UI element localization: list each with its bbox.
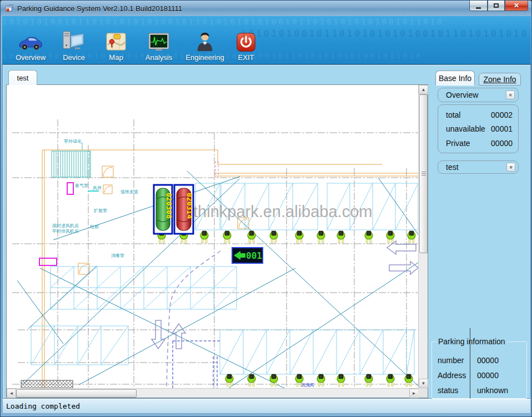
- title-bar[interactable]: Parking Guidance System Ver2.10.1 Build2…: [1, 1, 532, 16]
- toolbar-button-overview[interactable]: Overview: [8, 18, 53, 62]
- map-vertical-scrollbar[interactable]: ▲ ▼: [418, 85, 428, 388]
- scroll-up-arrow[interactable]: ▲: [419, 85, 428, 94]
- led-sign-text: 001: [246, 250, 262, 261]
- sensor-icon: [248, 231, 255, 243]
- maximize-button[interactable]: [488, 1, 505, 11]
- tab-zone-info[interactable]: Zone Info: [479, 73, 521, 86]
- scroll-right-arrow[interactable]: ►: [409, 389, 419, 398]
- spot-number-occupied: 020314: [185, 193, 194, 219]
- stat-row-total: total 00002: [446, 110, 513, 119]
- info-label: status: [432, 386, 470, 395]
- toolbar-button-exit[interactable]: EXIT: [230, 18, 262, 62]
- zone-select-value: test: [446, 163, 459, 172]
- dropdown-button[interactable]: »: [506, 163, 515, 172]
- computer-icon: [62, 23, 86, 52]
- cad-label: 清洗间: [301, 383, 314, 388]
- toolbar-button-analysis[interactable]: Analysis: [138, 18, 180, 62]
- collapse-icon: «: [508, 93, 513, 97]
- parking-spot-free[interactable]: 020308: [154, 185, 173, 234]
- stat-row-unavailable: unavailable 00001: [446, 124, 513, 133]
- parking-map-canvas: thinkpark.en.alibaba.com 020308 020314: [7, 85, 418, 388]
- window-title: Parking Guidance System Ver2.10.1 Build2…: [17, 4, 182, 13]
- status-text: Loading completed: [6, 402, 80, 410]
- toolbar-button-map[interactable]: Map: [94, 18, 138, 62]
- toolbar-label-exit: EXIT: [238, 53, 254, 62]
- status-bar: Loading completed: [2, 399, 531, 414]
- info-row-address: Address 00000: [432, 368, 526, 383]
- toolbar-button-engineering[interactable]: Engineering: [180, 18, 230, 62]
- map-viewport[interactable]: thinkpark.en.alibaba.com 020308 020314: [6, 84, 428, 398]
- collapse-button[interactable]: «: [506, 91, 515, 99]
- sensor-icon: [337, 231, 345, 243]
- cad-label: 战时进风机房: [52, 223, 79, 228]
- minimize-icon: [476, 7, 481, 9]
- scroll-down-arrow[interactable]: ▼: [419, 379, 428, 388]
- sensor-icon: [317, 374, 325, 386]
- stat-value: 00000: [491, 139, 513, 148]
- vertical-scroll-thumb[interactable]: [419, 94, 428, 253]
- route-dashed-lines: [173, 341, 220, 388]
- spot-number-free: 020308: [165, 193, 173, 219]
- minimize-button[interactable]: [469, 1, 488, 11]
- map-pin-icon: [106, 23, 127, 52]
- info-value: unknown: [470, 386, 508, 395]
- car-icon: [18, 23, 43, 52]
- toolbar-button-device[interactable]: Device: [53, 18, 94, 62]
- sensor-icon: [225, 374, 233, 386]
- sensor-icon: [408, 231, 415, 243]
- driving-path-dashed: [167, 251, 220, 388]
- info-label: number: [432, 356, 470, 365]
- chevron-down-icon: »: [508, 165, 514, 169]
- sensor-icon: [405, 374, 413, 386]
- watermark-text: thinkpark.en.alibaba.com: [193, 203, 372, 220]
- maximize-icon: [494, 3, 499, 8]
- sensor-icon: [248, 374, 255, 386]
- parking-information-group: Parking information number 00000 Address…: [431, 337, 527, 399]
- thumb-grip: [421, 172, 426, 175]
- sensor-icon: [200, 231, 208, 243]
- tab-test-label: test: [17, 74, 29, 82]
- close-icon: ✕: [514, 2, 519, 9]
- sensor-icon: [365, 374, 373, 386]
- parking-bays-lower-left: [31, 326, 128, 365]
- info-label: Address: [432, 371, 470, 380]
- cad-label: 值班走道: [121, 189, 138, 194]
- overview-stats-box: total 00002 unavailable 00001 Private 00…: [438, 104, 519, 153]
- overview-header-label: Overview: [446, 91, 478, 99]
- cad-label: 平时排风机房: [52, 229, 79, 234]
- overview-collapse-header[interactable]: Overview «: [438, 88, 519, 102]
- info-row-number: number 00000: [432, 353, 526, 368]
- zone-select[interactable]: test »: [438, 160, 519, 174]
- parking-bays-bottom: [220, 330, 414, 374]
- stat-value: 00002: [491, 110, 513, 119]
- tab-test[interactable]: test: [8, 70, 37, 85]
- scroll-left-arrow[interactable]: ◄: [7, 389, 16, 398]
- map-horizontal-scrollbar[interactable]: ◄ ►: [7, 388, 419, 398]
- tab-base-info[interactable]: Base Info: [435, 71, 475, 86]
- close-button[interactable]: ✕: [505, 1, 528, 11]
- sensor-icon: [270, 231, 278, 243]
- stat-row-private: Private 00000: [446, 139, 513, 148]
- toolbar-label-device: Device: [63, 53, 85, 62]
- scrollbar-corner: [418, 388, 428, 398]
- parking-spot-occupied[interactable]: 020314: [174, 185, 194, 234]
- guidance-led-sign: 001: [232, 248, 263, 263]
- tab-base-info-label: Base Info: [439, 74, 471, 83]
- stat-label: Private: [446, 139, 470, 148]
- tab-zone-info-label: Zone Info: [483, 75, 516, 84]
- sensor-icon: [365, 231, 373, 243]
- parking-information-title: Parking information: [436, 337, 507, 346]
- person-icon: [194, 23, 215, 52]
- power-icon: [236, 23, 256, 52]
- cad-label: 蓄气室: [75, 183, 88, 188]
- cad-label: 柱桩: [89, 224, 99, 229]
- grid-lines: [12, 119, 418, 388]
- horizontal-scroll-thumb[interactable]: [16, 389, 137, 398]
- stat-label: unavailable: [446, 124, 485, 133]
- sensor-row-bottom: [225, 374, 413, 386]
- sensor-icon: [337, 374, 345, 386]
- app-icon: [5, 4, 14, 13]
- sensor-icon: [223, 231, 231, 243]
- main-toolbar: 1010101001011010101010100101101010101010…: [2, 16, 531, 64]
- sensor-icon: [295, 231, 303, 243]
